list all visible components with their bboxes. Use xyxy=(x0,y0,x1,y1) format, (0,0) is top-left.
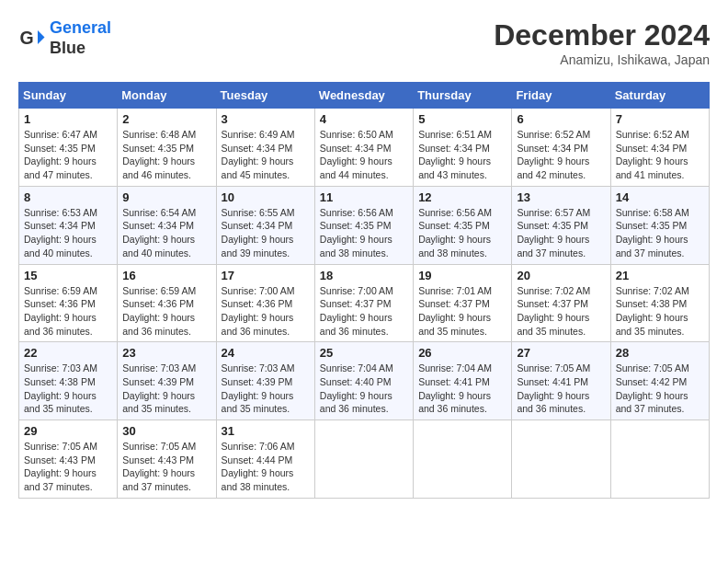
calendar-cell: 19Sunrise: 7:01 AM Sunset: 4:37 PM Dayli… xyxy=(414,264,512,342)
day-info: Sunrise: 7:03 AM Sunset: 4:39 PM Dayligh… xyxy=(122,362,210,416)
day-info: Sunrise: 6:59 AM Sunset: 4:36 PM Dayligh… xyxy=(122,284,210,339)
calendar-cell xyxy=(512,420,610,499)
calendar-cell: 15Sunrise: 6:59 AM Sunset: 4:36 PM Dayli… xyxy=(19,264,118,342)
weekday-header-friday: Friday xyxy=(512,83,610,109)
weekday-header-sunday: Sunday xyxy=(19,83,118,109)
calendar-cell: 23Sunrise: 7:03 AM Sunset: 4:39 PM Dayli… xyxy=(118,342,216,420)
day-info: Sunrise: 6:53 AM Sunset: 4:34 PM Dayligh… xyxy=(24,206,112,260)
calendar-cell: 14Sunrise: 6:58 AM Sunset: 4:35 PM Dayli… xyxy=(610,186,709,264)
day-info: Sunrise: 7:04 AM Sunset: 4:40 PM Dayligh… xyxy=(320,362,408,416)
day-number: 1 xyxy=(24,112,112,126)
day-number: 25 xyxy=(320,346,408,360)
day-number: 30 xyxy=(122,424,210,438)
day-info: Sunrise: 6:52 AM Sunset: 4:34 PM Dayligh… xyxy=(616,128,704,182)
day-info: Sunrise: 6:59 AM Sunset: 4:36 PM Dayligh… xyxy=(24,284,112,339)
svg-text:G: G xyxy=(20,28,34,48)
day-number: 27 xyxy=(517,346,605,360)
day-info: Sunrise: 6:52 AM Sunset: 4:34 PM Dayligh… xyxy=(517,128,605,182)
calendar-cell: 6Sunrise: 6:52 AM Sunset: 4:34 PM Daylig… xyxy=(512,109,610,187)
title-area: December 2024 Anamizu, Ishikawa, Japan xyxy=(494,18,710,67)
day-number: 2 xyxy=(122,112,210,126)
month-title: December 2024 xyxy=(494,18,710,52)
day-info: Sunrise: 7:03 AM Sunset: 4:38 PM Dayligh… xyxy=(24,362,112,416)
day-info: Sunrise: 6:50 AM Sunset: 4:34 PM Dayligh… xyxy=(320,128,408,182)
day-number: 17 xyxy=(222,269,310,282)
weekday-header-tuesday: Tuesday xyxy=(216,83,314,109)
day-number: 31 xyxy=(222,424,310,438)
calendar-cell: 28Sunrise: 7:05 AM Sunset: 4:42 PM Dayli… xyxy=(610,342,709,420)
day-info: Sunrise: 6:57 AM Sunset: 4:35 PM Dayligh… xyxy=(517,206,605,260)
calendar-cell: 8Sunrise: 6:53 AM Sunset: 4:34 PM Daylig… xyxy=(19,186,118,264)
day-info: Sunrise: 6:55 AM Sunset: 4:34 PM Dayligh… xyxy=(222,206,310,260)
page-header: G General Blue December 2024 Anamizu, Is… xyxy=(18,18,710,67)
calendar-cell: 24Sunrise: 7:03 AM Sunset: 4:39 PM Dayli… xyxy=(216,342,314,420)
day-info: Sunrise: 7:00 AM Sunset: 4:36 PM Dayligh… xyxy=(222,284,310,339)
day-number: 24 xyxy=(222,346,310,360)
day-info: Sunrise: 7:02 AM Sunset: 4:37 PM Dayligh… xyxy=(517,284,605,339)
day-info: Sunrise: 7:00 AM Sunset: 4:37 PM Dayligh… xyxy=(320,284,408,339)
day-number: 19 xyxy=(418,269,506,282)
day-number: 13 xyxy=(517,190,605,204)
day-number: 22 xyxy=(24,346,112,360)
day-number: 29 xyxy=(24,424,112,438)
day-info: Sunrise: 6:54 AM Sunset: 4:34 PM Dayligh… xyxy=(122,206,210,260)
weekday-header-row: SundayMondayTuesdayWednesdayThursdayFrid… xyxy=(19,83,710,109)
day-info: Sunrise: 6:49 AM Sunset: 4:34 PM Dayligh… xyxy=(222,128,310,182)
logo: G General Blue xyxy=(18,18,111,58)
calendar-week-3: 15Sunrise: 6:59 AM Sunset: 4:36 PM Dayli… xyxy=(19,264,710,342)
weekday-header-wednesday: Wednesday xyxy=(314,83,413,109)
calendar-cell: 20Sunrise: 7:02 AM Sunset: 4:37 PM Dayli… xyxy=(512,264,610,342)
calendar-week-1: 1Sunrise: 6:47 AM Sunset: 4:35 PM Daylig… xyxy=(19,109,710,187)
calendar-cell: 21Sunrise: 7:02 AM Sunset: 4:38 PM Dayli… xyxy=(610,264,709,342)
logo-text: General Blue xyxy=(50,18,111,58)
day-info: Sunrise: 7:04 AM Sunset: 4:41 PM Dayligh… xyxy=(418,362,506,416)
day-info: Sunrise: 7:05 AM Sunset: 4:41 PM Dayligh… xyxy=(517,362,605,416)
weekday-header-saturday: Saturday xyxy=(610,83,709,109)
day-number: 26 xyxy=(418,346,506,360)
day-number: 8 xyxy=(24,190,112,204)
day-number: 14 xyxy=(616,190,704,204)
calendar-cell: 12Sunrise: 6:56 AM Sunset: 4:35 PM Dayli… xyxy=(414,186,512,264)
day-info: Sunrise: 6:47 AM Sunset: 4:35 PM Dayligh… xyxy=(24,128,112,182)
logo-icon: G xyxy=(18,25,46,52)
calendar-cell: 16Sunrise: 6:59 AM Sunset: 4:36 PM Dayli… xyxy=(118,264,216,342)
day-info: Sunrise: 6:56 AM Sunset: 4:35 PM Dayligh… xyxy=(418,206,506,260)
calendar-cell: 17Sunrise: 7:00 AM Sunset: 4:36 PM Dayli… xyxy=(216,264,314,342)
calendar-cell: 11Sunrise: 6:56 AM Sunset: 4:35 PM Dayli… xyxy=(314,186,413,264)
calendar-cell: 13Sunrise: 6:57 AM Sunset: 4:35 PM Dayli… xyxy=(512,186,610,264)
calendar-cell xyxy=(414,420,512,499)
calendar-cell: 27Sunrise: 7:05 AM Sunset: 4:41 PM Dayli… xyxy=(512,342,610,420)
calendar-cell: 4Sunrise: 6:50 AM Sunset: 4:34 PM Daylig… xyxy=(314,109,413,187)
day-info: Sunrise: 6:51 AM Sunset: 4:34 PM Dayligh… xyxy=(418,128,506,182)
calendar-cell: 7Sunrise: 6:52 AM Sunset: 4:34 PM Daylig… xyxy=(610,109,709,187)
day-number: 4 xyxy=(320,112,408,126)
day-number: 16 xyxy=(122,269,210,282)
calendar-cell: 31Sunrise: 7:06 AM Sunset: 4:44 PM Dayli… xyxy=(216,420,314,499)
day-number: 3 xyxy=(222,112,310,126)
calendar-cell: 1Sunrise: 6:47 AM Sunset: 4:35 PM Daylig… xyxy=(19,109,118,187)
weekday-header-monday: Monday xyxy=(118,83,216,109)
calendar-cell: 29Sunrise: 7:05 AM Sunset: 4:43 PM Dayli… xyxy=(19,420,118,499)
calendar-cell: 3Sunrise: 6:49 AM Sunset: 4:34 PM Daylig… xyxy=(216,109,314,187)
calendar-week-4: 22Sunrise: 7:03 AM Sunset: 4:38 PM Dayli… xyxy=(19,342,710,420)
day-number: 15 xyxy=(24,269,112,282)
day-number: 7 xyxy=(616,112,704,126)
day-info: Sunrise: 7:06 AM Sunset: 4:44 PM Dayligh… xyxy=(222,440,310,494)
calendar-week-5: 29Sunrise: 7:05 AM Sunset: 4:43 PM Dayli… xyxy=(19,420,710,499)
weekday-header-thursday: Thursday xyxy=(414,83,512,109)
day-number: 9 xyxy=(122,190,210,204)
day-info: Sunrise: 6:56 AM Sunset: 4:35 PM Dayligh… xyxy=(320,206,408,260)
calendar-cell: 30Sunrise: 7:05 AM Sunset: 4:43 PM Dayli… xyxy=(118,420,216,499)
day-number: 11 xyxy=(320,190,408,204)
day-info: Sunrise: 7:05 AM Sunset: 4:43 PM Dayligh… xyxy=(122,440,210,494)
day-info: Sunrise: 7:05 AM Sunset: 4:42 PM Dayligh… xyxy=(616,362,704,416)
calendar-cell: 2Sunrise: 6:48 AM Sunset: 4:35 PM Daylig… xyxy=(118,109,216,187)
day-number: 23 xyxy=(122,346,210,360)
day-number: 12 xyxy=(418,190,506,204)
day-number: 20 xyxy=(517,269,605,282)
day-info: Sunrise: 6:48 AM Sunset: 4:35 PM Dayligh… xyxy=(122,128,210,182)
svg-marker-1 xyxy=(38,30,45,44)
calendar-cell: 10Sunrise: 6:55 AM Sunset: 4:34 PM Dayli… xyxy=(216,186,314,264)
calendar-cell xyxy=(314,420,413,499)
day-info: Sunrise: 7:05 AM Sunset: 4:43 PM Dayligh… xyxy=(24,440,112,494)
